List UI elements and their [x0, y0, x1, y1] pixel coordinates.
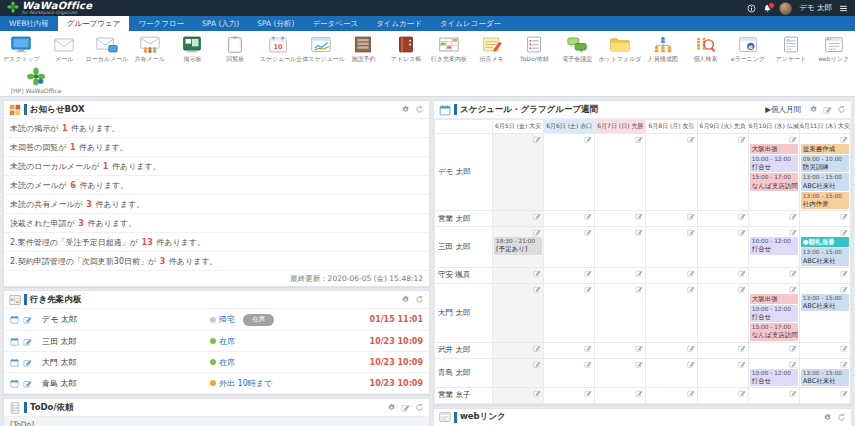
edit-icon[interactable] [840, 135, 848, 143]
schedule-day-cell[interactable] [697, 358, 748, 387]
schedule-day-cell[interactable] [646, 211, 697, 227]
nav-tab[interactable]: SPA (分析) [248, 16, 303, 31]
schedule-day-cell[interactable] [646, 267, 697, 283]
edit-icon[interactable] [789, 344, 797, 352]
calendar-icon[interactable] [10, 315, 19, 324]
schedule-day-cell[interactable] [799, 267, 850, 283]
schedule-event[interactable]: 13:00 - 15:00ABC社来社 [801, 294, 849, 311]
info-icon[interactable] [747, 4, 756, 13]
edit-icon[interactable] [533, 135, 541, 143]
schedule-day-cell[interactable] [646, 342, 697, 358]
notice-item[interactable]: 決裁された申請が 3 件あります。 [4, 214, 429, 233]
nav-tab[interactable]: WEB社内報 [0, 16, 58, 31]
edit-icon[interactable] [789, 135, 797, 143]
status-link[interactable]: 外出 10時まで [219, 378, 272, 389]
schedule-event[interactable]: 13:00 - 15:00ABC社来社 [801, 173, 849, 190]
status-link[interactable]: 帰宅 [219, 314, 235, 325]
schedule-day-cell[interactable] [748, 267, 799, 283]
nav-tab[interactable]: タイムレコーダー [431, 16, 510, 31]
edit-icon[interactable] [687, 389, 695, 397]
edit-icon[interactable] [584, 135, 592, 143]
edit-icon[interactable] [23, 358, 32, 367]
edit-icon[interactable] [23, 379, 32, 388]
toolbar-item-chartwin[interactable]: 全体スケジュール [299, 34, 342, 65]
schedule-day-cell[interactable] [799, 387, 850, 403]
edit-icon[interactable] [584, 389, 592, 397]
schedule-day-cell[interactable]: 大阪出張10:00 - 12:00打合せ15:00 - 17:00なんば支店訪問 [748, 283, 799, 342]
edit-icon[interactable] [401, 403, 410, 412]
refresh-icon[interactable] [837, 105, 846, 114]
edit-icon[interactable] [687, 344, 695, 352]
schedule-day-cell[interactable] [697, 387, 748, 403]
edit-icon[interactable] [584, 344, 592, 352]
edit-icon[interactable] [23, 315, 32, 324]
schedule-event[interactable]: 10:00 - 12:00打合せ [750, 237, 798, 254]
edit-icon[interactable] [840, 212, 848, 220]
edit-icon[interactable] [687, 360, 695, 368]
schedule-day-cell[interactable] [493, 211, 544, 227]
notifications-button[interactable] [763, 4, 772, 13]
edit-icon[interactable] [687, 269, 695, 277]
schedule-event[interactable]: 提案書作成 [801, 144, 849, 154]
schedule-event[interactable]: 大阪出張 [750, 294, 798, 304]
status-link[interactable]: 在席 [219, 357, 235, 368]
schedule-day-cell[interactable] [646, 358, 697, 387]
schedule-day-cell[interactable] [544, 283, 595, 342]
nav-tab[interactable]: グループウェア [58, 16, 130, 31]
toolbar-item-webwin[interactable]: webリンク [812, 34, 855, 65]
toolbar-item-localmail[interactable]: ローカルメール [86, 34, 129, 65]
toolbar-item-personsearch[interactable]: 個人検索 [684, 34, 727, 65]
refresh-icon[interactable] [415, 295, 424, 304]
schedule-day-cell[interactable] [493, 358, 544, 387]
schedule-day-cell[interactable] [595, 227, 646, 267]
schedule-day-cell[interactable] [646, 227, 697, 267]
schedule-day-cell[interactable] [595, 358, 646, 387]
schedule-day-cell[interactable] [646, 134, 697, 211]
toolbar-item-clipboard[interactable]: 回覧板 [214, 34, 257, 65]
schedule-day-cell[interactable]: 大阪出張10:00 - 12:00打合せ15:00 - 17:00なんば支店訪問 [748, 134, 799, 211]
gear-icon[interactable] [401, 295, 410, 304]
schedule-day-cell[interactable]: ●朝礼当番13:00 - 15:00ABC社来社 [799, 227, 850, 267]
schedule-day-cell[interactable] [595, 211, 646, 227]
personal-month-link[interactable]: ▶個人月間 [765, 105, 801, 115]
schedule-day-cell[interactable] [595, 283, 646, 342]
edit-icon[interactable] [635, 344, 643, 352]
schedule-day-cell[interactable] [493, 267, 544, 283]
toolbar-item-todolist[interactable]: ToDo/依頼 [513, 34, 556, 65]
schedule-day-cell[interactable] [493, 283, 544, 342]
schedule-day-cell[interactable] [697, 211, 748, 227]
gear-icon[interactable] [809, 105, 818, 114]
edit-icon[interactable] [584, 285, 592, 293]
avatar[interactable] [779, 2, 792, 15]
edit-icon[interactable] [584, 228, 592, 236]
schedule-day-cell[interactable] [493, 342, 544, 358]
edit-icon[interactable] [738, 344, 746, 352]
refresh-icon[interactable] [415, 403, 424, 412]
gear-icon[interactable] [401, 105, 410, 114]
edit-icon[interactable] [533, 389, 541, 397]
schedule-event[interactable]: 大阪出張 [750, 144, 798, 154]
edit-icon[interactable] [840, 228, 848, 236]
toolbar-item-memo[interactable]: 伝言メモ [470, 34, 513, 65]
schedule-day-cell[interactable] [544, 358, 595, 387]
notice-item[interactable]: 未読の掲示が 1 件あります。 [4, 119, 429, 138]
toolbar-item-bubbles[interactable]: 電子会議室 [556, 34, 599, 65]
edit-icon[interactable] [635, 269, 643, 277]
edit-icon[interactable] [635, 135, 643, 143]
toolbar-item-board[interactable]: 掲示板 [171, 34, 214, 65]
schedule-event[interactable]: 15:00 - 17:00なんば支店訪問 [750, 173, 798, 190]
notice-item[interactable]: 未読のメールが 6 件あります。 [4, 176, 429, 195]
schedule-day-cell[interactable] [697, 267, 748, 283]
edit-icon[interactable] [840, 360, 848, 368]
nav-tab[interactable]: データベース [303, 16, 367, 31]
edit-icon[interactable] [789, 228, 797, 236]
edit-icon[interactable] [687, 228, 695, 236]
schedule-event[interactable]: 09:00 - 10:00防災訓練 [801, 155, 849, 172]
edit-icon[interactable] [840, 269, 848, 277]
notice-item[interactable]: 未読の共有メールが 3 件あります。 [4, 195, 429, 214]
edit-icon[interactable] [635, 228, 643, 236]
edit-icon[interactable] [635, 389, 643, 397]
status-badge[interactable]: 在席 [243, 314, 274, 326]
toolbar-item-elearning[interactable]: eeラーニング [727, 34, 770, 65]
notice-item[interactable]: 2.案件管理の「受注予定日超過」が 13 件あります。 [4, 233, 429, 252]
